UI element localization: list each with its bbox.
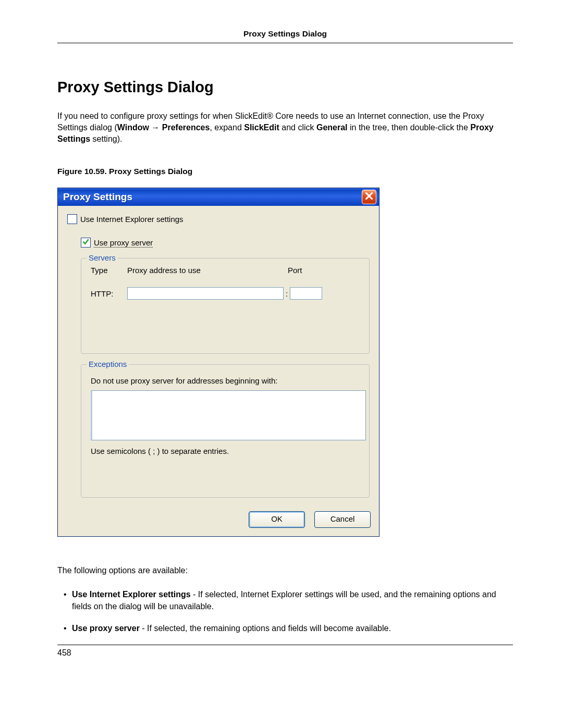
col-address: Proxy address to use	[127, 266, 284, 275]
col-port: Port	[288, 266, 322, 275]
list-item: Use proxy server - If selected, the rema…	[64, 623, 513, 634]
menu-window: Window	[117, 123, 149, 132]
servers-legend: Servers	[87, 253, 118, 262]
exceptions-textarea[interactable]	[91, 390, 366, 440]
use-proxy-label: Use proxy server	[94, 238, 153, 248]
exceptions-instruction: Do not use proxy server for addresses be…	[91, 376, 361, 385]
page-number: 458	[57, 648, 71, 657]
text: setting).	[90, 134, 122, 143]
intro-paragraph: If you need to configure proxy settings …	[57, 110, 513, 145]
text: , expand	[210, 123, 244, 132]
opt-use-proxy: Use proxy server	[72, 624, 140, 633]
options-list: Use Internet Explorer settings - If sele…	[57, 589, 513, 634]
close-icon	[365, 192, 373, 202]
page-header: Proxy Settings Dialog	[57, 29, 513, 43]
col-type: Type	[91, 266, 127, 275]
titlebar: Proxy Settings	[58, 188, 379, 206]
exceptions-hint: Use semicolons ( ; ) to separate entries…	[91, 447, 361, 455]
cancel-button[interactable]: Cancel	[314, 511, 371, 528]
colon-separator: :	[284, 289, 290, 298]
menu-preferences: Preferences	[162, 123, 210, 132]
text: If you need to configure proxy settings …	[57, 112, 267, 120]
http-port-input[interactable]	[290, 287, 322, 300]
text: in the tree, then double-click the	[348, 123, 471, 132]
exceptions-legend: Exceptions	[87, 360, 129, 368]
row-http-label: HTTP:	[91, 289, 127, 298]
proxy-settings-dialog: Proxy Settings Use Internet Explorer set…	[57, 188, 380, 537]
dialog-title: Proxy Settings	[63, 191, 132, 203]
arrow: →	[149, 123, 162, 132]
servers-group: Servers Type Proxy address to use Port H…	[81, 258, 370, 354]
close-button[interactable]	[362, 190, 376, 204]
registered-mark: ®	[267, 112, 273, 120]
use-ie-label: Use Internet Explorer settings	[80, 215, 183, 224]
text: and click	[279, 123, 316, 132]
section-heading: Proxy Settings Dialog	[57, 79, 513, 96]
use-proxy-checkbox[interactable]	[81, 238, 91, 248]
http-address-input[interactable]	[127, 287, 284, 300]
options-intro: The following options are available:	[57, 566, 513, 575]
figure-caption: Figure 10.59. Proxy Settings Dialog	[57, 167, 513, 176]
exceptions-group: Exceptions Do not use proxy server for a…	[81, 364, 370, 498]
use-ie-checkbox[interactable]	[67, 214, 77, 224]
opt-use-ie: Use Internet Explorer settings	[72, 590, 191, 599]
list-item: Use Internet Explorer settings - If sele…	[64, 589, 513, 612]
text: - If selected, the remaining options and…	[140, 624, 391, 633]
check-icon	[82, 238, 89, 247]
tree-general: General	[316, 123, 348, 132]
page-footer: 458	[57, 645, 513, 658]
ok-button[interactable]: OK	[249, 511, 305, 528]
tree-slickedit: SlickEdit	[244, 123, 279, 132]
